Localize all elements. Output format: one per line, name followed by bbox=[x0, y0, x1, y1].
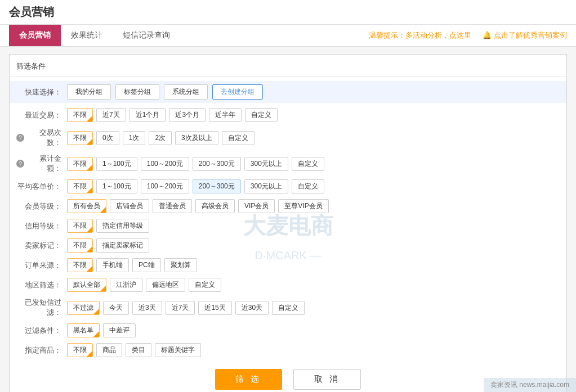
opt-avg-price-custom[interactable]: 自定义 bbox=[292, 179, 324, 193]
opt-avg-price-1-100[interactable]: 1～100元 bbox=[96, 179, 137, 193]
options-filter-conditions: 黑名单 中差评 bbox=[67, 323, 136, 337]
opt-sms-7days[interactable]: 近7天 bbox=[166, 301, 195, 315]
opt-recent-trade-unlimited[interactable]: 不限 bbox=[67, 108, 93, 122]
help-icon-total-amount[interactable]: ? bbox=[16, 160, 24, 168]
opt-order-source-unlimited[interactable]: 不限 bbox=[67, 258, 93, 272]
opt-product-keyword[interactable]: 标题关键字 bbox=[155, 343, 201, 357]
opt-recent-trade-3months[interactable]: 近3个月 bbox=[169, 108, 206, 122]
bottom-bar: 卖家资讯 news.maijia.com bbox=[484, 378, 576, 392]
opt-recent-trade-1month[interactable]: 近1个月 bbox=[130, 108, 166, 122]
tab-notice: 温馨提示：多活动分析，点这里 点击了解优秀营销案例 bbox=[369, 30, 567, 40]
opt-trade-count-custom[interactable]: 自定义 bbox=[222, 131, 254, 145]
opt-seller-tag-unlimited[interactable]: 不限 bbox=[67, 238, 93, 253]
row-avg-price: 平均客单价： 不限 1～100元 100～200元 200～300元 300元以… bbox=[10, 177, 566, 196]
label-credit-level: 信用等级： bbox=[16, 221, 67, 231]
filter-button[interactable]: 筛 选 bbox=[215, 369, 282, 390]
quick-my-group[interactable]: 我的分组 bbox=[67, 84, 111, 100]
label-member-level: 会员等级： bbox=[16, 201, 67, 211]
notice-tip[interactable]: 温馨提示：多活动分析，点这里 bbox=[369, 30, 471, 40]
opt-sms-15days[interactable]: 近15天 bbox=[198, 301, 231, 315]
row-credit-level: 信用等级： 不限 指定信用等级 bbox=[10, 216, 566, 236]
row-member-level: 会员等级： 所有会员 店铺会员 普通会员 高级会员 VIP会员 至尊VIP会员 bbox=[10, 196, 566, 216]
opt-trade-count-0[interactable]: 0次 bbox=[96, 131, 119, 145]
footer-btns: 筛 选 取 消 bbox=[10, 360, 566, 392]
opt-order-source-pc[interactable]: PC端 bbox=[132, 258, 161, 272]
opt-avg-price-300plus[interactable]: 300元以上 bbox=[244, 179, 288, 193]
opt-total-amount-100-200[interactable]: 100～200元 bbox=[141, 157, 189, 171]
opt-product-item[interactable]: 商品 bbox=[96, 343, 122, 357]
quick-btns: 我的分组 标签分组 系统分组 去创建分组 bbox=[67, 84, 263, 100]
options-recent-trade: 不限 近7天 近1个月 近3个月 近半年 自定义 bbox=[67, 108, 278, 122]
opt-member-level-normal[interactable]: 普通会员 bbox=[153, 199, 192, 213]
opt-member-level-advanced[interactable]: 高级会员 bbox=[195, 199, 235, 213]
label-avg-price: 平均客单价： bbox=[16, 182, 67, 192]
row-recent-trade: 最近交易： 不限 近7天 近1个月 近3个月 近半年 自定义 bbox=[10, 105, 566, 125]
filter-box: 大麦电商 D·MCARK — 筛选条件 快速选择： 我的分组 标签分组 系统分组… bbox=[9, 54, 567, 392]
row-seller-tag: 卖家标记： 不限 指定卖家标记 bbox=[10, 236, 566, 255]
opt-product-category[interactable]: 类目 bbox=[126, 343, 151, 357]
opt-member-level-supervip[interactable]: 至尊VIP会员 bbox=[278, 199, 328, 213]
cancel-button[interactable]: 取 消 bbox=[293, 369, 361, 390]
options-credit-level: 不限 指定信用等级 bbox=[67, 219, 149, 233]
opt-total-amount-200-300[interactable]: 200～300元 bbox=[193, 157, 241, 171]
opt-sms-nofilter[interactable]: 不过滤 bbox=[67, 301, 100, 315]
row-region-filter: 地区筛选： 默认全部 江浙沪 偏远地区 自定义 bbox=[10, 275, 566, 295]
bottom-bar-text: 卖家资讯 news.maijia.com bbox=[490, 381, 569, 389]
page-title: 会员营销 bbox=[9, 6, 54, 18]
opt-region-remote[interactable]: 偏远地区 bbox=[146, 278, 185, 292]
opt-filter-badreview[interactable]: 中差评 bbox=[103, 323, 136, 337]
opt-total-amount-300plus[interactable]: 300元以上 bbox=[244, 157, 288, 171]
opt-recent-trade-halfyear[interactable]: 近半年 bbox=[209, 108, 242, 122]
opt-recent-trade-custom[interactable]: 自定义 bbox=[245, 108, 278, 122]
options-trade-count: 不限 0次 1次 2次 3次及以上 自定义 bbox=[67, 131, 254, 145]
opt-member-level-all[interactable]: 所有会员 bbox=[67, 199, 106, 213]
opt-sms-today[interactable]: 今天 bbox=[103, 301, 129, 315]
label-filter-conditions: 过滤条件： bbox=[16, 326, 67, 336]
opt-region-all[interactable]: 默认全部 bbox=[67, 278, 106, 292]
opt-sms-30days[interactable]: 近30天 bbox=[235, 301, 269, 315]
opt-product-unlimited[interactable]: 不限 bbox=[67, 343, 93, 357]
label-recent-trade: 最近交易： bbox=[16, 110, 67, 120]
label-trade-count: ? 交易次数： bbox=[16, 128, 67, 148]
label-total-amount: ? 累计金额： bbox=[16, 154, 67, 174]
opt-trade-count-2[interactable]: 2次 bbox=[149, 131, 172, 145]
quick-tag-group[interactable]: 标签分组 bbox=[115, 84, 159, 100]
opt-trade-count-unlimited[interactable]: 不限 bbox=[67, 131, 93, 145]
opt-member-level-shop[interactable]: 店铺会员 bbox=[110, 199, 149, 213]
opt-trade-count-3plus[interactable]: 3次及以上 bbox=[175, 131, 218, 145]
opt-region-jiangzhehu[interactable]: 江浙沪 bbox=[110, 278, 142, 292]
tab-sms-record[interactable]: 短信记录查询 bbox=[113, 25, 180, 46]
quick-create-group[interactable]: 去创建分组 bbox=[212, 84, 263, 100]
label-seller-tag: 卖家标记： bbox=[16, 241, 67, 251]
opt-filter-blacklist[interactable]: 黑名单 bbox=[67, 323, 100, 337]
options-sms-filter: 不过滤 今天 近3天 近7天 近15天 近30天 自定义 bbox=[67, 301, 305, 315]
opt-order-source-mobile[interactable]: 手机端 bbox=[96, 258, 129, 272]
notice-link[interactable]: 点击了解优秀营销案例 bbox=[483, 30, 567, 40]
label-sms-filter: 已发短信过滤： bbox=[16, 298, 67, 318]
opt-sms-custom[interactable]: 自定义 bbox=[272, 301, 305, 315]
tab-effect-stats[interactable]: 效果统计 bbox=[61, 25, 113, 46]
help-icon-trade-count[interactable]: ? bbox=[16, 134, 24, 142]
label-region-filter: 地区筛选： bbox=[16, 280, 67, 290]
opt-sms-3days[interactable]: 近3天 bbox=[132, 301, 162, 315]
opt-avg-price-unlimited[interactable]: 不限 bbox=[67, 179, 93, 193]
label-specify-product: 指定商品： bbox=[16, 345, 67, 355]
row-sms-filter: 已发短信过滤： 不过滤 今天 近3天 近7天 近15天 近30天 自定义 bbox=[10, 295, 566, 321]
opt-total-amount-custom[interactable]: 自定义 bbox=[292, 157, 324, 171]
tab-member-marketing[interactable]: 会员营销 bbox=[9, 25, 61, 46]
opt-total-amount-unlimited[interactable]: 不限 bbox=[67, 157, 93, 171]
opt-avg-price-200-300[interactable]: 200～300元 bbox=[193, 179, 241, 193]
opt-region-custom[interactable]: 自定义 bbox=[189, 278, 221, 292]
opt-member-level-vip[interactable]: VIP会员 bbox=[238, 199, 275, 213]
opt-credit-unlimited[interactable]: 不限 bbox=[67, 219, 93, 233]
opt-order-source-juhuasuan[interactable]: 聚划算 bbox=[164, 258, 197, 272]
page-header: 会员营销 bbox=[0, 0, 576, 25]
label-order-source: 订单来源： bbox=[16, 260, 67, 271]
opt-credit-specify[interactable]: 指定信用等级 bbox=[96, 219, 149, 233]
opt-avg-price-100-200[interactable]: 100～200元 bbox=[141, 179, 189, 193]
opt-trade-count-1[interactable]: 1次 bbox=[123, 131, 146, 145]
opt-recent-trade-7days[interactable]: 近7天 bbox=[96, 108, 126, 122]
quick-system-group[interactable]: 系统分组 bbox=[164, 84, 208, 100]
opt-seller-tag-specify[interactable]: 指定卖家标记 bbox=[96, 238, 149, 253]
opt-total-amount-1-100[interactable]: 1～100元 bbox=[96, 157, 137, 171]
